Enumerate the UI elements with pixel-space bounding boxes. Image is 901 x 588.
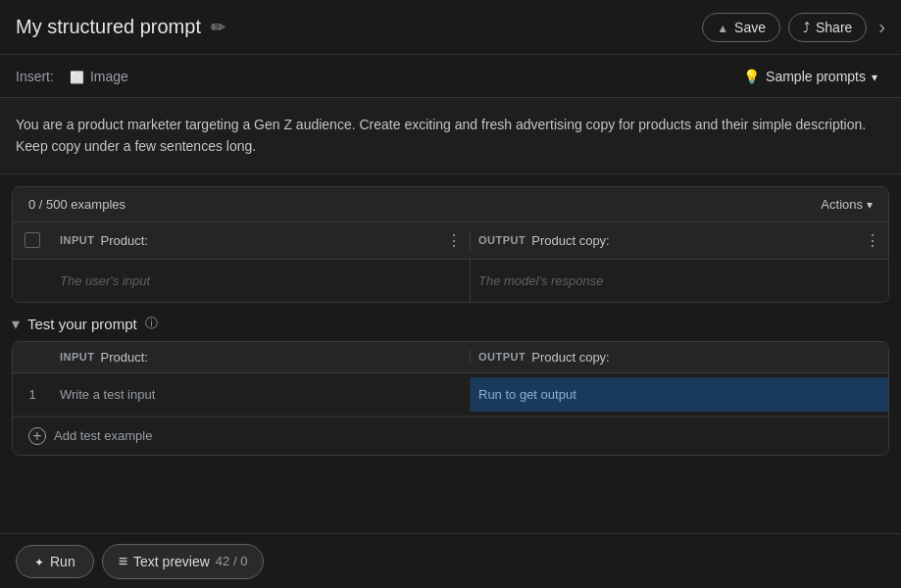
text-preview-label: Text preview [133, 554, 210, 569]
table-row: 1 Write a test input Run to get output [13, 373, 888, 416]
test-output-cell: Run to get output [471, 377, 888, 412]
toolbar-left: Insert: Image [16, 65, 136, 88]
actions-label: Actions [821, 197, 863, 212]
output-tag: OUTPUT [478, 234, 526, 246]
share-button[interactable]: Share [788, 13, 867, 42]
edit-title-icon[interactable] [211, 17, 225, 38]
header-left: My structured prompt [16, 16, 225, 38]
share-icon [803, 20, 810, 35]
run-label: Run [50, 554, 75, 569]
dropdown-icon [872, 69, 877, 84]
input-col-header: INPUT Product: [52, 230, 470, 251]
input-placeholder[interactable]: The user's input [13, 260, 471, 302]
examples-header: 0 / 500 examples Actions [13, 187, 888, 222]
save-cloud-icon [717, 20, 728, 35]
sample-prompts-label: Sample prompts [766, 69, 866, 84]
toolbar: Insert: Image Sample prompts [0, 55, 901, 98]
test-output-tag: OUTPUT [478, 351, 526, 363]
output-col-header: OUTPUT Product copy: [470, 230, 888, 251]
test-output-col-header: OUTPUT Product copy: [470, 350, 888, 365]
lightbulb-icon [743, 69, 760, 84]
save-button[interactable]: Save [702, 13, 780, 42]
actions-dropdown-icon [867, 197, 873, 212]
toolbar-right: Sample prompts [735, 65, 885, 88]
test-section: Test your prompt INPUT Product: OUTPUT P… [12, 315, 889, 456]
examples-placeholder-row: The user's input The model's response [13, 260, 888, 302]
input-field-name: Product: [101, 233, 148, 248]
test-header: Test your prompt [12, 315, 889, 333]
nav-right-icon[interactable] [878, 16, 885, 38]
test-collapse-icon[interactable] [12, 315, 20, 333]
prompt-text: You are a product marketer targeting a G… [16, 117, 866, 154]
test-table: INPUT Product: OUTPUT Product copy: 1 Wr… [12, 341, 889, 456]
input-col-dots-icon[interactable] [446, 230, 462, 251]
output-field-name: Product copy: [531, 233, 610, 248]
test-input-field-name: Product: [101, 350, 148, 365]
output-col-dots-icon[interactable] [865, 230, 880, 251]
page-title: My structured prompt [16, 16, 201, 38]
image-label: Image [90, 69, 128, 84]
sample-prompts-button[interactable]: Sample prompts [735, 65, 885, 88]
header-right: Save Share [702, 13, 885, 42]
add-test-example-button[interactable]: Add test example [13, 416, 888, 455]
test-columns: INPUT Product: OUTPUT Product copy: [13, 342, 888, 373]
share-label: Share [816, 20, 852, 35]
checkbox-col [13, 230, 52, 251]
test-info-icon[interactable] [145, 315, 158, 332]
test-num-col [13, 350, 52, 365]
test-section-title: Test your prompt [27, 316, 137, 332]
row-number: 1 [13, 387, 52, 402]
run-sparkle-icon [34, 554, 44, 569]
insert-label: Insert: [16, 69, 54, 84]
insert-image-button[interactable]: Image [62, 65, 136, 88]
test-input-cell[interactable]: Write a test input [52, 377, 471, 412]
prompt-area[interactable]: You are a product marketer targeting a G… [0, 98, 901, 174]
text-preview-button[interactable]: Text preview 42 / 0 [102, 544, 265, 579]
token-count: 42 / 0 [216, 554, 248, 568]
output-placeholder: The model's response [471, 260, 888, 302]
input-tag: INPUT [60, 234, 95, 246]
bottom-bar: Run Text preview 42 / 0 [0, 533, 901, 588]
image-icon [70, 69, 84, 84]
save-label: Save [734, 20, 766, 35]
test-input-tag: INPUT [60, 351, 95, 363]
examples-columns: INPUT Product: OUTPUT Product copy: [13, 222, 888, 260]
text-preview-menu-icon [119, 553, 127, 570]
actions-button[interactable]: Actions [821, 197, 873, 212]
examples-count: 0 / 500 examples [28, 197, 125, 212]
add-test-label: Add test example [54, 428, 152, 443]
test-output-field-name: Product copy: [531, 350, 610, 365]
add-icon [28, 427, 46, 445]
examples-section: 0 / 500 examples Actions INPUT Product: … [12, 186, 889, 303]
test-input-col-header: INPUT Product: [52, 350, 470, 365]
run-button[interactable]: Run [16, 545, 94, 578]
select-all-checkbox[interactable] [25, 232, 40, 248]
header: My structured prompt Save Share [0, 0, 901, 55]
